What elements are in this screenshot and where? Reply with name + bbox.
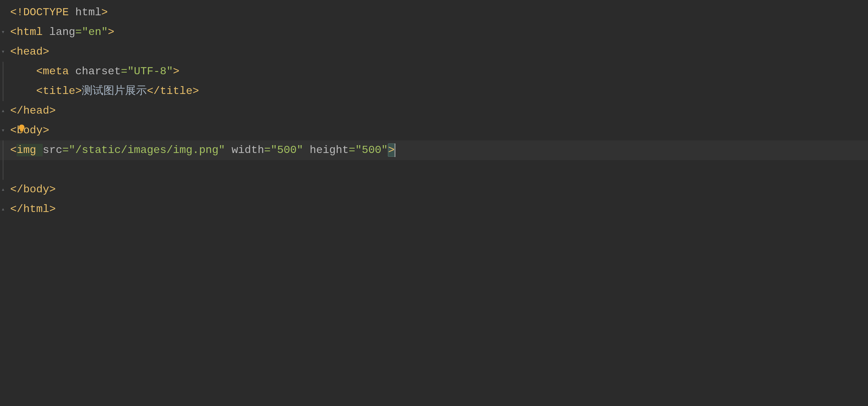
fold-toggle-icon[interactable] — [1, 30, 5, 35]
token-attr-name: lang — [49, 26, 75, 38]
code-line[interactable]: <meta charset="UTF-8"> — [0, 62, 868, 81]
code-content[interactable]: <title>测试图片展示</title> — [7, 81, 199, 101]
token-tag: img — [17, 144, 43, 156]
token-attr-name: width — [232, 144, 264, 156]
fold-toggle-icon[interactable] — [1, 128, 5, 133]
token-attr-name: height — [310, 144, 349, 156]
token-tag: < — [10, 144, 17, 156]
gutter[interactable] — [0, 42, 7, 62]
code-content[interactable]: <body> — [7, 121, 49, 140]
token-tag: > — [108, 26, 114, 38]
token-tag: </html> — [10, 203, 56, 215]
token-tag: > — [101, 6, 108, 19]
code-content[interactable]: <!DOCTYPE html> — [7, 3, 108, 22]
token-attr-value: ="/static/images/img.png" — [62, 144, 232, 156]
code-line[interactable]: <head> — [0, 42, 868, 62]
code-line[interactable]: <body> — [0, 121, 868, 140]
token-attr-value: ="en" — [75, 26, 108, 38]
gutter[interactable] — [0, 22, 7, 42]
lightbulb-icon[interactable] — [17, 121, 26, 140]
svg-rect-1 — [21, 132, 23, 132]
code-content[interactable]: <head> — [7, 42, 49, 62]
gutter[interactable] — [0, 199, 7, 219]
token-attr-value: ="500" — [264, 144, 310, 156]
code-content[interactable]: </html> — [7, 199, 56, 219]
token-attr-value: ="500" — [349, 144, 388, 156]
token-attr-value: ="UTF-8" — [121, 65, 173, 78]
code-editor[interactable]: <!DOCTYPE html><html lang="en"><head> <m… — [0, 0, 868, 219]
indent — [10, 62, 36, 81]
fold-close-icon[interactable] — [1, 207, 5, 212]
fold-guide-line — [3, 81, 3, 101]
fold-guide-line — [3, 140, 3, 160]
code-content[interactable]: <html lang="en"> — [7, 22, 114, 42]
gutter[interactable] — [0, 121, 7, 140]
token-tag: <meta — [36, 65, 75, 78]
fold-close-icon[interactable] — [1, 109, 5, 113]
code-line[interactable]: <img src="/static/images/img.png" width=… — [0, 140, 868, 160]
gutter[interactable] — [0, 160, 7, 180]
fold-guide-line — [3, 62, 3, 81]
token-tag: > — [388, 143, 395, 157]
code-content[interactable]: <img src="/static/images/img.png" width=… — [7, 140, 395, 160]
token-tag: <body> — [10, 124, 49, 137]
gutter[interactable] — [0, 3, 7, 22]
gutter[interactable] — [0, 101, 7, 121]
code-line[interactable]: <!DOCTYPE html> — [0, 3, 868, 22]
code-content[interactable]: </body> — [7, 180, 56, 199]
gutter[interactable] — [0, 140, 7, 160]
code-line[interactable] — [0, 160, 868, 180]
code-content[interactable]: </head> — [7, 101, 56, 121]
token-tag: <html — [10, 26, 49, 38]
token-attr-name: html — [75, 6, 101, 19]
code-line[interactable]: <html lang="en"> — [0, 22, 868, 42]
fold-close-icon[interactable] — [1, 187, 5, 192]
token-tag: </body> — [10, 183, 56, 196]
token-tag: </head> — [10, 104, 56, 117]
code-line[interactable]: </head> — [0, 101, 868, 121]
indent — [10, 81, 36, 101]
code-line[interactable]: </html> — [0, 199, 868, 219]
gutter[interactable] — [0, 180, 7, 199]
svg-rect-0 — [21, 131, 23, 132]
token-attr-name: charset — [75, 65, 121, 78]
token-tag: </title> — [147, 85, 199, 97]
code-line[interactable]: </body> — [0, 180, 868, 199]
token-attr-name: src — [43, 144, 62, 156]
token-text: 测试图片展示 — [82, 85, 147, 97]
token-tag: <!DOCTYPE — [10, 6, 75, 19]
gutter[interactable] — [0, 81, 7, 101]
gutter[interactable] — [0, 62, 7, 81]
text-cursor — [395, 143, 395, 157]
token-tag: > — [173, 65, 179, 78]
fold-guide-line — [3, 160, 3, 180]
code-line[interactable]: <title>测试图片展示</title> — [0, 81, 868, 101]
token-tag: <head> — [10, 45, 49, 58]
code-content[interactable]: <meta charset="UTF-8"> — [7, 62, 179, 81]
token-tag: <title> — [36, 85, 82, 97]
fold-toggle-icon[interactable] — [1, 50, 5, 54]
